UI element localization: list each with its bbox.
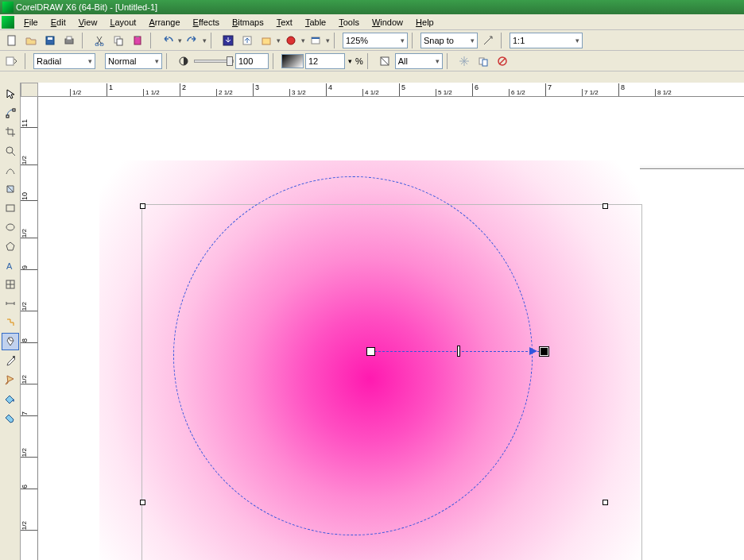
radial-gradient-extent[interactable] xyxy=(173,176,533,535)
menu-text[interactable]: Text xyxy=(270,16,299,29)
svg-rect-10 xyxy=(136,36,139,37)
svg-rect-21 xyxy=(482,60,487,66)
publish-icon[interactable] xyxy=(258,32,275,49)
target-dropdown[interactable]: All xyxy=(395,53,443,69)
export-icon[interactable] xyxy=(238,32,256,49)
window-title: CorelDRAW X6 (64-Bit) - [Untitled-1] xyxy=(16,2,157,12)
crop-tool[interactable] xyxy=(2,123,19,141)
snap-dropdown[interactable]: Snap to xyxy=(420,33,478,48)
gradient-preview[interactable] xyxy=(281,54,304,68)
svg-rect-0 xyxy=(8,36,15,45)
table-tool[interactable] xyxy=(2,276,19,293)
menu-window[interactable]: Window xyxy=(366,16,409,29)
apply-target-icon[interactable] xyxy=(376,52,393,70)
welcome-icon[interactable] xyxy=(307,32,324,49)
menu-bitmaps[interactable]: Bitmaps xyxy=(226,16,270,29)
shape-tool[interactable] xyxy=(2,104,19,122)
title-bar: CorelDRAW X6 (64-Bit) - [Untitled-1] xyxy=(0,0,744,14)
copy-icon[interactable] xyxy=(110,32,127,49)
fill-type-dropdown[interactable]: Radial xyxy=(33,53,95,69)
connector-tool[interactable] xyxy=(2,314,19,331)
ruler-horizontal[interactable]: 1/211 1/222 1/233 1/244 1/255 1/266 1/27… xyxy=(38,83,744,97)
polygon-tool[interactable] xyxy=(2,238,19,255)
selection-handle[interactable] xyxy=(603,203,608,209)
svg-rect-13 xyxy=(262,38,270,44)
svg-text:A: A xyxy=(6,261,13,271)
freehand-tool[interactable] xyxy=(2,161,19,179)
svg-rect-23 xyxy=(6,115,9,118)
menu-effects[interactable]: Effects xyxy=(187,16,226,29)
eyedropper-tool[interactable] xyxy=(2,352,19,369)
print-icon[interactable] xyxy=(60,32,78,49)
canvas[interactable] xyxy=(38,97,744,560)
interactive-fill-tool[interactable] xyxy=(2,409,19,427)
interactive-transparency-tool[interactable] xyxy=(2,333,19,350)
outline-tool[interactable] xyxy=(2,371,19,388)
svg-rect-30 xyxy=(13,356,15,358)
transparency-icon[interactable] xyxy=(175,52,192,70)
paste-icon[interactable] xyxy=(129,32,146,49)
gradient-direction-arrow xyxy=(529,347,537,355)
cut-icon[interactable] xyxy=(91,32,108,49)
menu-help[interactable]: Help xyxy=(409,16,440,29)
menu-edit[interactable]: Edit xyxy=(45,16,72,29)
menu-layout[interactable]: Layout xyxy=(103,16,142,29)
text-tool[interactable]: A xyxy=(2,257,19,274)
edit-fill-icon[interactable] xyxy=(3,52,21,70)
undo-icon[interactable] xyxy=(159,32,176,49)
doc-icon xyxy=(2,16,14,29)
blend-mode-dropdown[interactable]: Normal xyxy=(105,53,162,69)
ratio-dropdown[interactable]: 1:1 xyxy=(510,33,583,48)
gradient-start-handle[interactable] xyxy=(366,347,375,356)
open-icon[interactable] xyxy=(22,32,40,49)
app-icon xyxy=(2,2,14,13)
menu-table[interactable]: Table xyxy=(299,16,332,29)
svg-rect-26 xyxy=(6,205,14,211)
copy-props-icon[interactable] xyxy=(475,52,492,70)
svg-point-25 xyxy=(6,147,13,153)
ellipse-tool[interactable] xyxy=(2,218,19,236)
selection-handle[interactable] xyxy=(140,500,145,505)
svg-rect-24 xyxy=(13,109,15,111)
opacity-input[interactable] xyxy=(235,53,269,69)
toolbar-property: Radial Normal ▾ % All xyxy=(0,51,744,71)
gradient-mid-handle[interactable] xyxy=(457,346,460,357)
menu-tools[interactable]: Tools xyxy=(332,16,366,29)
launch-icon[interactable] xyxy=(282,32,300,49)
fill-tool[interactable] xyxy=(2,390,19,407)
ruler-vertical[interactable]: 111/2101/291/281/271/261/2 xyxy=(21,97,38,560)
menu-view[interactable]: View xyxy=(72,16,104,29)
new-icon[interactable] xyxy=(3,32,21,49)
svg-rect-8 xyxy=(117,39,122,45)
percent-label: % xyxy=(355,56,363,66)
clear-transparency-icon[interactable] xyxy=(494,52,511,70)
menu-arrange[interactable]: Arrange xyxy=(142,16,186,29)
zoom-tool[interactable] xyxy=(2,142,19,160)
rectangle-tool[interactable] xyxy=(2,199,19,217)
zoom-dropdown[interactable]: 125% xyxy=(343,33,408,48)
selection-handle[interactable] xyxy=(140,203,145,209)
dimension-tool[interactable] xyxy=(2,295,19,312)
svg-point-27 xyxy=(6,224,14,230)
menu-file[interactable]: File xyxy=(17,16,45,29)
opacity-slider[interactable] xyxy=(194,60,234,63)
svg-rect-9 xyxy=(134,37,141,44)
angle-input[interactable] xyxy=(305,53,345,69)
import-icon[interactable] xyxy=(219,32,237,49)
menu-bar[interactable]: FileEditViewLayoutArrangeEffectsBitmapsT… xyxy=(0,14,744,30)
svg-rect-17 xyxy=(6,57,14,65)
svg-point-14 xyxy=(287,37,295,44)
pick-tool[interactable] xyxy=(2,85,19,102)
save-icon[interactable] xyxy=(41,32,59,49)
svg-rect-4 xyxy=(67,37,72,40)
gradient-end-handle[interactable] xyxy=(540,347,548,356)
freeze-icon[interactable] xyxy=(455,52,473,70)
smart-fill-tool[interactable] xyxy=(2,180,19,198)
snap-options-icon[interactable] xyxy=(479,32,497,49)
redo-icon[interactable] xyxy=(184,32,201,49)
svg-rect-2 xyxy=(48,37,52,40)
svg-rect-16 xyxy=(312,37,320,39)
toolbox: A xyxy=(0,83,21,560)
ruler-corner[interactable] xyxy=(21,83,38,97)
selection-handle[interactable] xyxy=(603,500,608,505)
